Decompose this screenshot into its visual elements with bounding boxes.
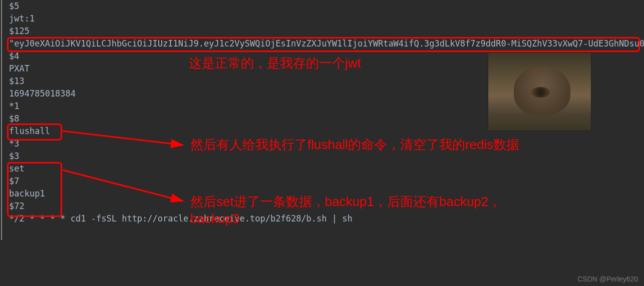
code-line: $5	[9, 0, 644, 12]
annotation-set: 然后set进了一条数据，backup1，后面还有backup2， backup3	[190, 193, 501, 227]
code-line: $125	[9, 25, 644, 38]
annotation-set-line1: 然后set进了一条数据，backup1，后面还有backup2，	[190, 194, 501, 209]
annotation-jwt: 这是正常的，是我存的一个jwt	[189, 54, 361, 72]
highlight-box-jwt	[7, 37, 640, 52]
arrow-to-flushall-annotation	[60, 125, 190, 155]
svg-line-0	[63, 131, 183, 145]
svg-line-1	[63, 170, 183, 201]
wombat-image	[488, 52, 591, 131]
annotation-flushall: 然后有人给我执行了flushall的命令，清空了我的redis数据	[190, 136, 519, 153]
watermark: CSDN @Perley620	[577, 275, 638, 283]
highlight-box-flushall	[7, 124, 62, 140]
arrow-to-set-annotation	[60, 165, 190, 210]
code-line: jwt:1	[9, 12, 644, 25]
annotation-set-line2: backup3	[190, 211, 239, 226]
gutter-line	[1, 0, 2, 240]
highlight-box-set	[7, 162, 62, 217]
